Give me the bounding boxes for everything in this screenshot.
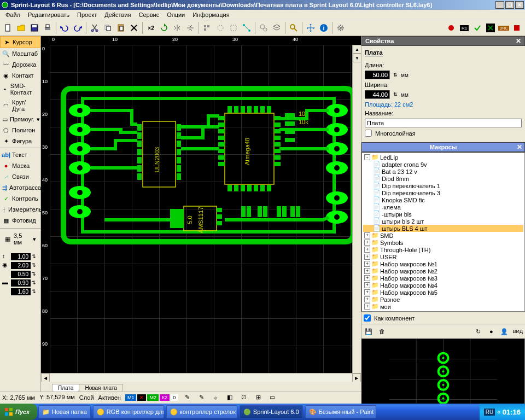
- tree-leaf[interactable]: 📄-клема: [363, 203, 523, 211]
- tool-control[interactable]: ✓Контроль: [0, 193, 40, 204]
- tree-node[interactable]: -📁LedLip: [363, 154, 523, 161]
- task-item-1[interactable]: 📁Новая папка: [38, 405, 91, 418]
- grid-button1[interactable]: [214, 22, 226, 34]
- rotate-button[interactable]: [158, 22, 170, 34]
- layer-switcher[interactable]: M1 ✕ M2 К2 0: [125, 394, 178, 401]
- drc-button[interactable]: DRC: [498, 22, 510, 34]
- minimize-button[interactable]: _: [495, 1, 504, 9]
- tool-smd[interactable]: ▪SMD-Контакт: [0, 81, 40, 97]
- menu-service[interactable]: Сервис: [135, 10, 162, 19]
- tool-autoroute[interactable]: ⇶Автотрасса: [0, 182, 40, 193]
- grid-button2[interactable]: [228, 22, 240, 34]
- param-val-4[interactable]: 0.90: [11, 279, 31, 287]
- tree-node[interactable]: +📁USER: [363, 253, 523, 260]
- tree-leaf[interactable]: 📄штырь BLS 4 шт: [363, 225, 523, 232]
- tree-node[interactable]: +📁Разное: [363, 296, 523, 303]
- tree-node[interactable]: +📁Набор макросов №1: [363, 260, 523, 267]
- tree-node[interactable]: +📁Набор макросов №5: [363, 289, 523, 296]
- system-tray[interactable]: RU « 01:16: [480, 404, 525, 420]
- clock[interactable]: 01:16: [503, 408, 521, 416]
- tree-leaf[interactable]: 📄Dip переключатель 3: [363, 189, 523, 196]
- tool-shape[interactable]: ✦Фигура: [0, 136, 40, 147]
- maximize-button[interactable]: ❐: [505, 1, 514, 9]
- tool-cursor[interactable]: ➤Курсор: [0, 36, 40, 48]
- tree-leaf[interactable]: 📄-штыри bls: [363, 211, 523, 218]
- tool-measure[interactable]: ⟊Измеритель: [0, 204, 40, 215]
- task-item-5[interactable]: 🎨Безымянный - Paint: [305, 405, 376, 418]
- grid-size[interactable]: ▦3,5 мм▾: [2, 231, 38, 247]
- length-input[interactable]: 50.00: [365, 71, 390, 79]
- tool-arc[interactable]: ◠Круг/Дуга: [0, 97, 40, 114]
- tray-expand-icon[interactable]: «: [497, 409, 500, 415]
- info-button[interactable]: i: [318, 22, 330, 34]
- tool-photoview[interactable]: ▦Фотовид: [0, 215, 40, 226]
- status-icon-1[interactable]: ✎: [182, 393, 192, 402]
- macros-tree[interactable]: -📁LedLip📄adapter crona 9v📄Bat a 23 12 v📄…: [361, 152, 525, 312]
- open-button[interactable]: [15, 22, 27, 34]
- connections-button[interactable]: [241, 22, 253, 34]
- menu-actions[interactable]: Действия: [101, 10, 134, 19]
- tree-leaf[interactable]: 📄Knopka SMD fic: [363, 196, 523, 203]
- new-button[interactable]: [2, 22, 14, 34]
- lang-indicator[interactable]: RU: [484, 409, 495, 416]
- macro-dot-icon[interactable]: ●: [486, 326, 496, 336]
- x-button[interactable]: [485, 22, 497, 34]
- task-item-2[interactable]: 🟡RGB контроллер для по...: [93, 405, 164, 418]
- pcb-board[interactable]: ULN2003 Atmega48: [61, 83, 352, 247]
- menu-edit[interactable]: Редактировать: [25, 10, 73, 19]
- param-val-2[interactable]: 2.00: [11, 262, 31, 269]
- tree-node[interactable]: +📁Набор макросов №4: [363, 282, 523, 289]
- r1-button[interactable]: R1: [458, 22, 470, 34]
- param-val-1[interactable]: 1.00: [11, 253, 31, 260]
- mirror-h-button[interactable]: [171, 22, 183, 34]
- start-button[interactable]: Пуск: [0, 404, 37, 420]
- macro-refresh-icon[interactable]: ↻: [473, 326, 483, 336]
- vertical-scrollbar[interactable]: ▲▼: [352, 45, 361, 373]
- tool-connections[interactable]: ⟋Связи: [0, 171, 40, 182]
- close-button[interactable]: ✕: [515, 1, 524, 9]
- menu-info[interactable]: Информация: [189, 10, 232, 19]
- tool-mask[interactable]: ●Маска: [0, 160, 40, 171]
- align-button[interactable]: [201, 22, 213, 34]
- status-icon-7[interactable]: ▭: [267, 393, 277, 402]
- cut-button[interactable]: [89, 22, 101, 34]
- copy-button[interactable]: [102, 22, 114, 34]
- tree-leaf[interactable]: 📄Bat a 23 12 v: [363, 168, 523, 175]
- x2-button[interactable]: ×2: [145, 22, 157, 34]
- multilayer-checkbox[interactable]: [365, 130, 372, 137]
- paste-button[interactable]: [115, 22, 127, 34]
- menu-project[interactable]: Проект: [74, 10, 100, 19]
- check-button[interactable]: [471, 22, 483, 34]
- tree-node[interactable]: +📁SMD: [363, 232, 523, 239]
- status-icon-2[interactable]: ✎: [196, 393, 206, 402]
- tree-leaf[interactable]: 📄Dip переключатель 1: [363, 182, 523, 189]
- macro-view-icon[interactable]: 👤: [499, 326, 509, 336]
- status-icon-4[interactable]: ◧: [225, 393, 235, 402]
- pcb-canvas[interactable]: ULN2003 Atmega48: [50, 45, 352, 373]
- print-button[interactable]: [42, 22, 54, 34]
- redo-button[interactable]: [72, 22, 84, 34]
- tool-rect[interactable]: ▭Прямоуг.▾: [0, 114, 40, 125]
- tree-node[interactable]: +📁Through-Hole (TH): [363, 246, 523, 253]
- tree-leaf[interactable]: 📄штыри bls 2 шт: [363, 218, 523, 225]
- macros-close-button[interactable]: ✕: [517, 143, 522, 151]
- param-val-3[interactable]: 0.50: [11, 271, 31, 278]
- menu-file[interactable]: Файл: [2, 10, 24, 19]
- layers-button[interactable]: [271, 22, 283, 34]
- exit-button[interactable]: [511, 22, 523, 34]
- macro-save-icon[interactable]: 💾: [364, 326, 374, 336]
- task-item-4[interactable]: 🟢Sprint-Layout 6.0: [240, 405, 303, 418]
- menu-options[interactable]: Опции: [164, 10, 188, 19]
- status-icon-5[interactable]: ∅: [239, 393, 249, 402]
- move-button[interactable]: [305, 22, 317, 34]
- tool-text[interactable]: ab|Текст: [0, 149, 40, 160]
- search-button[interactable]: [288, 22, 300, 34]
- delete-button[interactable]: [128, 22, 140, 34]
- tool-poly[interactable]: ⬠Полигон: [0, 125, 40, 136]
- save-button[interactable]: [28, 22, 40, 34]
- tree-leaf[interactable]: 📄Diod 8mm: [363, 175, 523, 182]
- mirror-v-button[interactable]: [184, 22, 196, 34]
- macro-delete-icon[interactable]: 🗑: [377, 326, 387, 336]
- param-val-5[interactable]: 1.60: [11, 288, 31, 295]
- width-input[interactable]: 44.00: [365, 90, 390, 99]
